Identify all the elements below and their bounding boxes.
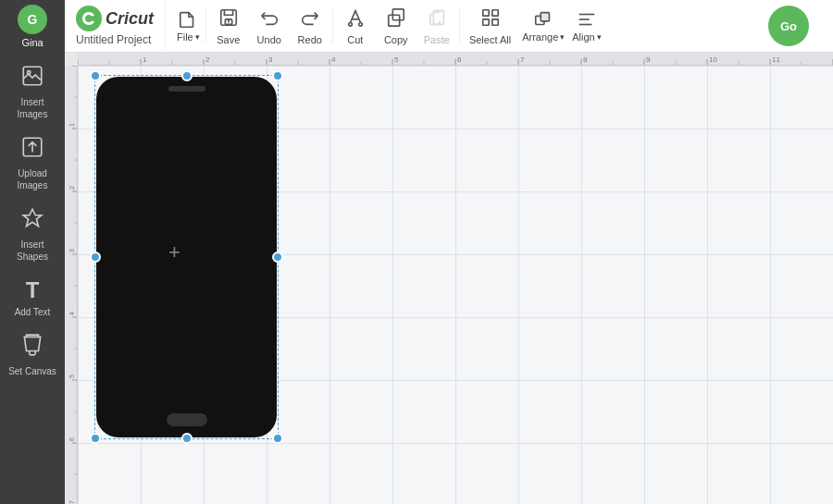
svg-point-3 <box>348 22 352 26</box>
select-all-button[interactable]: Select All <box>462 0 518 53</box>
redo-button[interactable]: Redo <box>290 0 330 53</box>
svg-rect-1 <box>221 9 237 25</box>
paste-button[interactable]: Paste <box>416 0 457 53</box>
arrange-button[interactable]: Arrange ▾ <box>518 0 568 53</box>
ruler-left-canvas <box>65 66 78 504</box>
handle-top-right[interactable] <box>272 70 283 81</box>
svg-rect-11 <box>491 18 497 24</box>
sidebar-item-upload-images[interactable]: UploadImages <box>0 128 65 199</box>
paste-icon <box>427 7 447 32</box>
svg-rect-13 <box>541 13 549 21</box>
sidebar: InsertImages UploadImages InsertShapes T… <box>0 53 65 504</box>
svg-point-0 <box>76 6 102 31</box>
set-canvas-icon <box>20 333 44 363</box>
arrange-icon <box>533 9 553 31</box>
brand-area: G Gina <box>0 0 65 53</box>
ruler-left <box>65 66 78 504</box>
divider-2 <box>332 9 333 43</box>
align-icon <box>577 9 597 31</box>
project-title[interactable]: Untitled Project <box>76 33 154 46</box>
ruler-top <box>78 53 833 66</box>
copy-icon <box>386 7 406 32</box>
canvas-area[interactable]: + <box>65 53 833 504</box>
svg-rect-10 <box>482 18 488 24</box>
upload-images-icon <box>20 135 44 165</box>
sidebar-item-add-text[interactable]: T Add Text <box>0 270 65 326</box>
align-button[interactable]: Align ▾ <box>568 0 604 53</box>
cricut-icon-svg <box>76 6 102 31</box>
undo-button[interactable]: Undo <box>249 0 290 53</box>
phone-home-button <box>167 413 207 426</box>
avatar[interactable]: G <box>18 5 47 34</box>
insert-images-icon <box>20 64 44 93</box>
arrange-arrow-icon: ▾ <box>560 32 565 42</box>
sidebar-item-insert-shapes[interactable]: InsertShapes <box>0 199 65 270</box>
cricut-text: Cricut <box>106 9 154 29</box>
topbar: G Gina Cricut Untitled Project Fi <box>0 0 833 53</box>
add-text-icon: T <box>26 277 40 303</box>
set-canvas-label: Set Canvas <box>8 365 56 377</box>
handle-top-left[interactable] <box>90 70 101 81</box>
undo-icon <box>259 7 280 32</box>
go-wrap: Go <box>752 0 826 53</box>
file-button[interactable]: File ▾ <box>173 0 204 53</box>
file-arrow-icon: ▾ <box>195 32 200 42</box>
save-button[interactable]: Save <box>208 0 249 53</box>
phone-shape[interactable] <box>96 77 277 437</box>
logo-area: Cricut Untitled Project <box>65 0 166 53</box>
cut-button[interactable]: Cut <box>335 0 376 53</box>
save-icon <box>218 7 239 32</box>
sidebar-item-insert-images[interactable]: InsertImages <box>0 56 65 128</box>
go-button[interactable]: Go <box>768 6 809 46</box>
sidebar-item-set-canvas[interactable]: Set Canvas <box>0 326 65 385</box>
handle-bot-right[interactable] <box>272 433 283 444</box>
phone-speaker <box>168 86 205 92</box>
cricut-logo: Cricut <box>76 6 154 31</box>
canvas-grid[interactable]: + <box>78 66 833 504</box>
ruler-top-canvas <box>78 53 833 65</box>
divider-1 <box>205 9 206 43</box>
insert-images-label: InsertImages <box>18 96 48 120</box>
svg-rect-8 <box>482 9 488 15</box>
cut-icon <box>345 7 366 32</box>
phone-object-container[interactable]: + <box>87 71 267 432</box>
divider-3 <box>459 9 460 43</box>
go-label: Go <box>780 19 797 33</box>
toolbar: File ▾ Save <box>166 0 833 53</box>
align-arrow-icon: ▾ <box>597 32 602 42</box>
copy-button[interactable]: Copy <box>376 0 416 53</box>
upload-images-label: UploadImages <box>18 167 48 191</box>
handle-bot-left[interactable] <box>90 433 101 444</box>
insert-shapes-label: InsertShapes <box>17 239 48 263</box>
redo-icon <box>300 7 320 32</box>
svg-point-4 <box>358 22 362 26</box>
select-all-icon <box>480 7 501 32</box>
file-icon <box>178 9 198 31</box>
user-label: Gina <box>21 37 43 48</box>
insert-shapes-icon <box>20 206 44 236</box>
svg-rect-9 <box>491 9 497 15</box>
add-text-label: Add Text <box>15 306 51 318</box>
